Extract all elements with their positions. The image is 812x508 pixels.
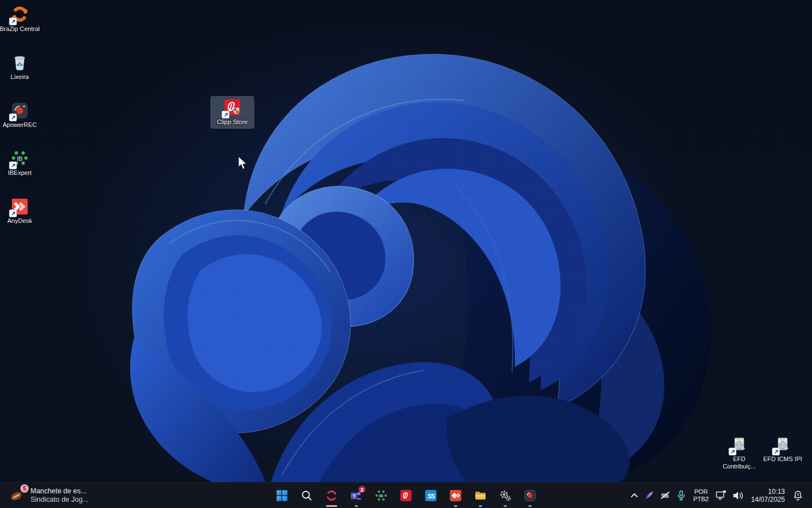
ss-app-icon: SS	[424, 489, 438, 502]
shortcut-arrow-badge	[222, 111, 230, 119]
tray-microphone[interactable]	[673, 485, 689, 506]
clipp-store-icon	[223, 98, 242, 117]
ibexpert-icon: IB	[10, 149, 29, 168]
desktop-icon-ibexpert[interactable]: IB IBExpert	[0, 147, 41, 179]
desktop-icon-recycle-bin[interactable]: Lixeira	[0, 51, 41, 83]
desktop-icon-efd-contribuicoes[interactable]: PVA EFD Contribuiç...	[718, 433, 761, 472]
tray-language-indicator[interactable]: POR PTB2	[689, 485, 713, 506]
football-weather-icon: 5	[9, 487, 26, 505]
network-ethernet-icon	[714, 489, 728, 502]
bloom-wallpaper	[0, 0, 812, 508]
taskbar-ss-app[interactable]: SS	[418, 483, 443, 508]
taskbar-file-explorer[interactable]	[468, 483, 493, 508]
opera-browser-icon	[325, 489, 338, 502]
teams-notification-badge: 2	[358, 485, 366, 493]
camera-blocked-icon	[659, 489, 672, 502]
efd-document-icon: PVA	[730, 435, 749, 454]
svg-text:T: T	[352, 493, 356, 498]
efd-document-icon: PVA	[773, 435, 792, 454]
shortcut-arrow-badge	[9, 209, 17, 217]
anydesk-icon	[10, 197, 29, 216]
desktop-icon-label: BraZip Central	[0, 25, 41, 33]
desktop-icon-efd-icms-ipi[interactable]: PVA EFD ICMS IPI	[761, 433, 804, 465]
svg-text:z: z	[797, 492, 799, 496]
desktop-icon-label: AnyDesk	[0, 217, 41, 225]
news-headlines: Manchete de es... Sindicato de Jog...	[30, 487, 89, 504]
search-button[interactable]	[294, 483, 319, 508]
clock-date: 14/07/2025	[751, 496, 785, 503]
news-headline-1: Manchete de es...	[30, 487, 89, 496]
windows-logo-icon	[275, 489, 289, 502]
desktop-icon-anydesk[interactable]: AnyDesk	[0, 195, 41, 227]
tray-show-hidden-icons[interactable]	[627, 485, 642, 506]
svg-text:IB: IB	[17, 156, 23, 162]
tray-clock[interactable]: 10:13 14/07/2025	[747, 485, 789, 506]
running-indicator	[504, 505, 507, 507]
desktop-icon-label: Lixeira	[0, 73, 41, 81]
taskbar-diamond-app[interactable]	[443, 483, 468, 508]
shortcut-arrow-badge	[9, 161, 17, 169]
ibexpert-icon: IB	[374, 489, 388, 502]
taskbar-clipp[interactable]	[394, 483, 418, 508]
desktop-icon-label: EFD ICMS IPI	[761, 456, 804, 463]
search-icon	[300, 489, 314, 502]
bell-do-not-disturb-icon: z	[791, 489, 805, 502]
svg-text:SS: SS	[427, 492, 435, 499]
pen-feather-icon	[643, 489, 656, 502]
shortcut-arrow-badge	[772, 448, 780, 456]
clipp-paperclip-icon	[399, 489, 413, 502]
chevron-up-icon	[629, 490, 640, 501]
svg-text:PVA: PVA	[736, 438, 742, 441]
tray-network[interactable]	[713, 485, 730, 506]
tray-volume[interactable]	[730, 485, 747, 506]
taskbar-settings-gears[interactable]	[493, 483, 518, 508]
taskbar: 5 Manchete de es... Sindicato de Jog...	[0, 482, 812, 508]
desktop-icon-apowerrec[interactable]: ApowerREC	[0, 99, 41, 131]
speaker-icon	[731, 489, 745, 502]
desktop-icon-clipp-store[interactable]: Clipp Store	[211, 97, 254, 128]
brazip-central-icon	[10, 5, 29, 24]
taskbar-ibexpert[interactable]: IB	[369, 483, 394, 508]
microphone-icon	[675, 489, 687, 502]
running-indicator	[528, 505, 532, 507]
recycle-bin-icon	[10, 53, 29, 72]
gears-icon	[498, 489, 512, 502]
taskbar-opera-browser[interactable]	[319, 483, 344, 508]
tray-notifications-dnd[interactable]: z	[789, 485, 806, 506]
active-window-indicator	[326, 505, 337, 507]
tray-capture-blocked[interactable]	[657, 485, 673, 506]
svg-text:IB: IB	[379, 493, 383, 498]
apowerrec-icon	[523, 489, 537, 502]
desktop	[0, 0, 812, 508]
running-indicator	[355, 505, 358, 507]
language-code: POR	[694, 488, 708, 496]
diamond-chevron-icon	[449, 489, 462, 502]
apowerrec-icon	[10, 101, 29, 120]
start-button[interactable]	[270, 483, 294, 508]
running-indicator	[479, 505, 482, 507]
desktop-icon-label: EFD Contribuiç...	[718, 456, 761, 470]
shortcut-arrow-badge	[9, 17, 17, 25]
file-explorer-folder-icon	[474, 489, 487, 502]
tray-pen-tool[interactable]	[642, 485, 657, 506]
keyboard-layout-code: PTB2	[693, 496, 709, 503]
desktop-icon-label: IBExpert	[0, 169, 41, 177]
windows-desktop-screen: { "desktop": { "icons": [ { "label": "Br…	[0, 0, 812, 508]
desktop-icon-brazip-central[interactable]: BraZip Central	[0, 3, 41, 35]
taskbar-apowerrec[interactable]	[518, 483, 542, 508]
widgets-news-button[interactable]: 5 Manchete de es... Sindicato de Jog...	[3, 483, 94, 508]
running-indicator	[454, 505, 457, 507]
news-count-badge: 5	[20, 484, 29, 493]
system-tray: POR PTB2 10:13 14/07/2025	[627, 483, 812, 508]
shortcut-arrow-badge	[9, 113, 17, 121]
desktop-icon-label: Clipp Store	[211, 119, 254, 126]
clock-time: 10:13	[768, 488, 785, 496]
taskbar-app-icons: T 2 IB SS	[270, 483, 542, 508]
news-headline-2: Sindicato de Jog...	[30, 496, 89, 504]
svg-text:PVA: PVA	[780, 438, 785, 441]
shortcut-arrow-badge	[729, 448, 736, 456]
taskbar-microsoft-teams[interactable]: T 2	[344, 483, 369, 508]
desktop-icon-label: ApowerREC	[0, 121, 41, 129]
